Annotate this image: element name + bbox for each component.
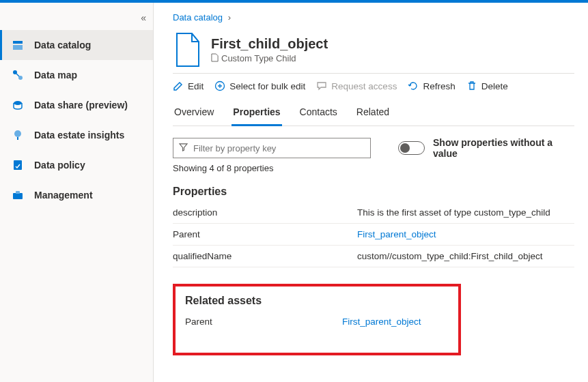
- asset-title: First_child_object: [211, 36, 328, 52]
- subtype-icon: [211, 53, 219, 64]
- related-asset-link[interactable]: First_parent_object: [342, 317, 421, 327]
- trash-icon: [466, 80, 477, 91]
- related-assets-section: Related assets Parent First_parent_objec…: [173, 284, 461, 355]
- sidebar-collapse-icon[interactable]: «: [141, 12, 146, 23]
- property-value: custom//custom_type_child:First_child_ob…: [357, 251, 574, 261]
- svg-point-6: [14, 130, 21, 137]
- comment-icon: [316, 80, 327, 91]
- nav: Data catalog Data map Data share (previe…: [0, 30, 153, 210]
- asset-type-label: Custom Type Child: [221, 53, 296, 63]
- bulk-edit-label: Select for bulk edit: [229, 81, 305, 91]
- tab-properties[interactable]: Properties: [232, 101, 281, 126]
- sidebar-item-data-policy[interactable]: Data policy: [0, 150, 153, 180]
- edit-button[interactable]: Edit: [173, 80, 204, 91]
- svg-rect-8: [14, 160, 22, 170]
- filter-row: Show properties without a value: [173, 137, 574, 159]
- title-block: First_child_object Custom Type Child: [211, 36, 328, 64]
- main-content: Data catalog › First_child_object Custom…: [154, 3, 588, 382]
- breadcrumb-root-link[interactable]: Data catalog: [173, 12, 223, 23]
- sidebar-item-label: Data share (preview): [34, 100, 128, 111]
- sidebar-item-label: Data estate insights: [34, 130, 124, 141]
- data-map-icon: [11, 68, 25, 82]
- svg-point-5: [14, 101, 22, 105]
- tab-bar: Overview Properties Contacts Related: [173, 101, 574, 126]
- sidebar: « Data catalog Data map Data share (prev…: [0, 3, 154, 382]
- show-empty-toggle-group: Show properties without a value: [398, 137, 574, 159]
- property-row: Parent First_parent_object: [173, 224, 574, 246]
- breadcrumb: Data catalog ›: [173, 3, 574, 28]
- app-layout: « Data catalog Data map Data share (prev…: [0, 3, 588, 382]
- filter-icon: [179, 143, 188, 153]
- file-icon: [173, 32, 203, 68]
- properties-section: Properties description This is the first…: [173, 186, 574, 267]
- request-access-label: Request access: [331, 81, 397, 91]
- sidebar-item-data-map[interactable]: Data map: [0, 60, 153, 90]
- related-asset-row: Parent First_parent_object: [185, 311, 449, 332]
- sidebar-item-label: Data policy: [34, 160, 85, 171]
- property-value-link[interactable]: First_parent_object: [357, 229, 436, 239]
- sidebar-item-data-estate-insights[interactable]: Data estate insights: [0, 120, 153, 150]
- property-key: description: [173, 207, 357, 218]
- policy-icon: [11, 158, 25, 172]
- management-icon: [11, 188, 25, 202]
- property-key: Parent: [173, 229, 357, 239]
- properties-heading: Properties: [173, 186, 574, 198]
- data-share-icon: [11, 98, 25, 112]
- show-empty-toggle-label: Show properties without a value: [433, 137, 574, 159]
- tab-contacts[interactable]: Contacts: [298, 101, 339, 126]
- svg-line-4: [16, 74, 19, 76]
- property-value: This is the first asset of type custom_t…: [357, 207, 574, 218]
- sidebar-item-data-catalog[interactable]: Data catalog: [0, 30, 153, 60]
- edit-label: Edit: [188, 81, 204, 91]
- tab-related[interactable]: Related: [355, 101, 391, 126]
- sidebar-item-label: Management: [34, 190, 93, 201]
- request-access-button: Request access: [316, 80, 397, 91]
- bulk-edit-button[interactable]: Select for bulk edit: [214, 80, 305, 91]
- sidebar-item-label: Data catalog: [34, 40, 91, 50]
- related-asset-key: Parent: [185, 317, 342, 327]
- property-row: qualifiedName custom//custom_type_child:…: [173, 246, 574, 267]
- refresh-icon: [408, 80, 419, 91]
- svg-rect-10: [16, 191, 20, 194]
- delete-button[interactable]: Delete: [466, 80, 508, 91]
- svg-rect-0: [13, 41, 23, 44]
- svg-rect-1: [13, 45, 23, 50]
- property-row: description This is the first asset of t…: [173, 202, 574, 224]
- insights-icon: [11, 128, 25, 142]
- action-toolbar: Edit Select for bulk edit Request access…: [173, 73, 574, 98]
- show-empty-toggle[interactable]: [398, 141, 425, 155]
- tab-overview[interactable]: Overview: [173, 101, 215, 126]
- related-assets-heading: Related assets: [185, 295, 449, 307]
- property-key: qualifiedName: [173, 251, 357, 261]
- refresh-label: Refresh: [423, 81, 455, 91]
- refresh-button[interactable]: Refresh: [408, 80, 455, 91]
- svg-rect-9: [13, 193, 23, 199]
- asset-header: First_child_object Custom Type Child: [173, 32, 574, 68]
- asset-subtitle: Custom Type Child: [211, 53, 328, 64]
- pencil-icon: [173, 80, 184, 91]
- sidebar-item-label: Data map: [34, 70, 77, 80]
- plus-circle-icon: [214, 80, 225, 91]
- chevron-right-icon: ›: [228, 12, 231, 23]
- property-count: Showing 4 of 8 properties: [173, 163, 574, 173]
- svg-rect-7: [17, 137, 18, 140]
- sidebar-item-data-share[interactable]: Data share (preview): [0, 90, 153, 120]
- catalog-icon: [11, 38, 25, 52]
- filter-input-wrapper[interactable]: [173, 138, 371, 158]
- delete-label: Delete: [481, 81, 508, 91]
- property-filter-input[interactable]: [192, 143, 365, 154]
- sidebar-item-management[interactable]: Management: [0, 180, 153, 210]
